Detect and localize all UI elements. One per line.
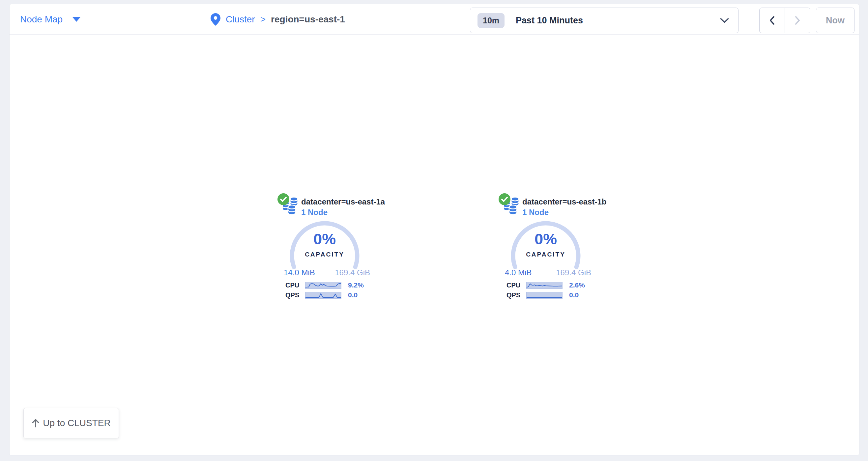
capacity-range: 14.0 MiB 169.4 GiB [284, 268, 370, 277]
metrics: CPU 9.2% QPS 0.0 [285, 281, 384, 301]
time-window-dropdown[interactable]: 10m Past 10 Minutes [470, 7, 739, 33]
datacenter-name: datacenter=us-east-1b [522, 197, 606, 206]
cpu-label: CPU [285, 282, 303, 289]
qps-label: QPS [506, 291, 524, 299]
qps-value: 0.0 [569, 291, 579, 299]
up-to-cluster-label: Up to CLUSTER [43, 418, 111, 428]
qps-sparkline [526, 292, 562, 299]
arrow-up-icon [32, 419, 39, 427]
datacenter-node-count: 1 Node [301, 208, 328, 217]
cpu-label: CPU [506, 282, 524, 289]
breadcrumb-separator: > [260, 14, 266, 25]
capacity-percent: 0% [534, 231, 557, 246]
capacity-label: CAPACITY [305, 251, 344, 258]
qps-label: QPS [285, 291, 303, 299]
map-pin-icon [211, 13, 220, 26]
metrics: CPU 2.6% QPS 0.0 [506, 281, 606, 301]
now-button[interactable]: Now [816, 7, 855, 33]
datacenter-name: datacenter=us-east-1a [301, 197, 385, 206]
time-prev-button[interactable] [760, 8, 785, 33]
chevron-left-icon [769, 15, 776, 25]
view-selector-label: Node Map [20, 14, 63, 25]
qps-value: 0.0 [348, 291, 358, 299]
qps-sparkline [305, 292, 341, 299]
capacity-percent: 0% [313, 231, 336, 246]
check-circle-icon [277, 193, 290, 205]
cpu-sparkline [526, 282, 562, 289]
node-map-panel: Node Map Cluster > region=us-east-1 10m … [9, 4, 860, 455]
breadcrumb-current: region=us-east-1 [271, 14, 345, 25]
cpu-metric-row: CPU 9.2% [285, 281, 384, 289]
qps-metric-row: QPS 0.0 [506, 291, 606, 299]
cpu-value: 9.2% [348, 281, 364, 289]
chevron-down-icon [720, 18, 729, 23]
time-nav-group [759, 7, 810, 33]
cpu-sparkline [305, 282, 341, 289]
capacity-label: CAPACITY [526, 251, 565, 258]
time-next-button[interactable] [785, 8, 810, 33]
cpu-metric-row: CPU 2.6% [506, 281, 606, 289]
topbar-divider [456, 6, 456, 33]
capacity-range: 4.0 MiB 169.4 GiB [505, 268, 591, 277]
up-to-cluster-button[interactable]: Up to CLUSTER [23, 408, 119, 438]
capacity-total: 169.4 GiB [556, 268, 591, 277]
time-window-label: Past 10 Minutes [516, 15, 720, 26]
cpu-value: 2.6% [569, 281, 585, 289]
breadcrumb-cluster-link[interactable]: Cluster [226, 14, 255, 25]
capacity-total: 169.4 GiB [335, 268, 370, 277]
breadcrumb: Cluster > region=us-east-1 [211, 4, 345, 35]
capacity-gauge-text: 0% CAPACITY [508, 219, 584, 271]
triangle-down-icon [72, 17, 81, 22]
time-window-badge: 10m [477, 13, 504, 28]
view-selector-dropdown[interactable]: Node Map [20, 4, 81, 35]
topbar: Node Map Cluster > region=us-east-1 10m … [9, 4, 859, 35]
check-circle-icon [498, 193, 511, 205]
chevron-right-icon [794, 15, 801, 25]
capacity-gauge-text: 0% CAPACITY [287, 219, 363, 271]
qps-metric-row: QPS 0.0 [285, 291, 384, 299]
capacity-used: 14.0 MiB [284, 268, 315, 277]
capacity-used: 4.0 MiB [505, 268, 531, 277]
datacenter-node-count: 1 Node [522, 208, 549, 217]
